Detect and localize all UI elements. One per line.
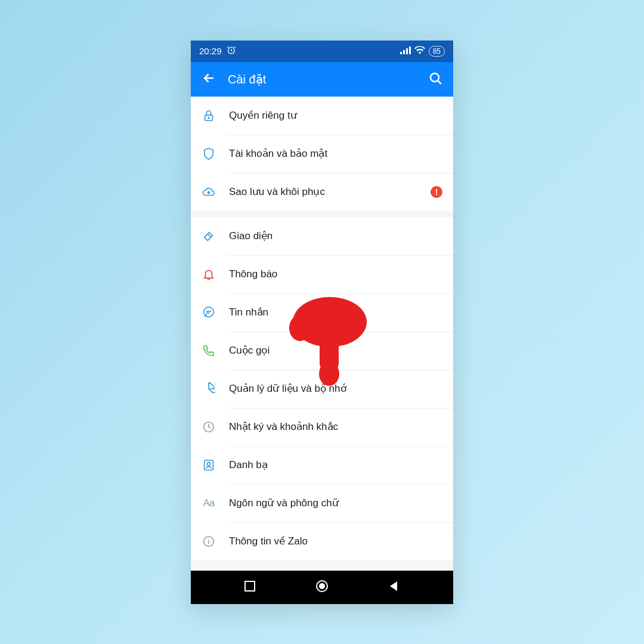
row-interface[interactable]: Giao diện — [191, 217, 453, 255]
row-label: Ngôn ngữ và phông chữ — [229, 497, 442, 509]
row-account-security[interactable]: Tài khoản và bảo mật — [191, 135, 453, 173]
svg-point-15 — [319, 583, 325, 589]
row-label: Tài khoản và bảo mật — [229, 147, 442, 160]
svg-point-11 — [207, 462, 210, 466]
row-label: Cuộc gọi — [229, 344, 442, 357]
bell-icon — [202, 267, 216, 281]
row-calls[interactable]: Cuộc gọi — [191, 332, 453, 370]
phone-icon — [202, 343, 216, 358]
row-label: Tin nhắn — [229, 306, 442, 318]
alarm-icon — [227, 45, 236, 57]
svg-rect-10 — [205, 460, 213, 470]
pie-chart-icon — [202, 382, 216, 396]
row-messages[interactable]: Tin nhắn — [191, 293, 453, 332]
app-header: Cài đặt — [191, 62, 453, 97]
back-nav-icon[interactable] — [388, 580, 400, 595]
row-about[interactable]: Thông tin về Zalo — [191, 522, 453, 561]
row-notifications[interactable]: Thông báo — [191, 255, 453, 293]
svg-rect-1 — [400, 52, 402, 54]
row-label: Quản lý dữ liệu và bộ nhớ — [229, 382, 442, 395]
status-time: 20:29 — [199, 46, 222, 56]
settings-section-1: Quyền riêng tư Tài khoản và bảo mật S — [191, 97, 453, 211]
settings-content: Quyền riêng tư Tài khoản và bảo mật S — [191, 97, 453, 571]
font-icon: Aa — [202, 496, 216, 510]
svg-rect-4 — [409, 47, 411, 54]
status-bar: 20:29 85 — [191, 41, 453, 62]
row-label: Nhật ký và khoảnh khắc — [229, 420, 442, 433]
phone-frame: 20:29 85 — [191, 41, 453, 604]
row-timeline[interactable]: Nhật ký và khoảnh khắc — [191, 408, 453, 446]
message-icon — [202, 305, 216, 320]
info-icon — [202, 534, 216, 549]
cloud-icon — [202, 185, 216, 199]
recent-apps-icon[interactable] — [244, 580, 256, 595]
search-icon[interactable] — [428, 71, 442, 88]
svg-point-7 — [208, 117, 209, 118]
row-label: Thông báo — [229, 268, 442, 280]
header-title: Cài đặt — [228, 72, 416, 86]
row-backup-restore[interactable]: Sao lưu và khôi phục ! — [191, 173, 453, 211]
back-icon[interactable] — [202, 71, 216, 88]
battery-indicator: 85 — [429, 46, 445, 57]
row-label: Thông tin về Zalo — [229, 535, 442, 547]
android-nav-bar — [191, 571, 453, 604]
row-data-storage[interactable]: Quản lý dữ liệu và bộ nhớ — [191, 370, 453, 408]
clock-icon — [202, 420, 216, 434]
row-language-font[interactable]: Aa Ngôn ngữ và phông chữ — [191, 484, 453, 522]
row-label: Giao diện — [229, 230, 442, 242]
lock-icon — [202, 109, 216, 123]
row-label: Danh bạ — [229, 459, 442, 471]
settings-section-2: Giao diện Thông báo Tin nhắn — [191, 217, 453, 561]
alert-badge-icon: ! — [431, 186, 442, 198]
svg-rect-13 — [245, 581, 255, 591]
signal-icon — [400, 46, 411, 56]
row-contacts[interactable]: Danh bạ — [191, 446, 453, 484]
svg-rect-2 — [403, 50, 405, 54]
row-label: Sao lưu và khôi phục — [229, 185, 417, 198]
contact-icon — [202, 458, 216, 472]
home-icon[interactable] — [315, 579, 329, 596]
svg-rect-3 — [406, 48, 408, 54]
wifi-icon — [414, 46, 425, 56]
row-privacy[interactable]: Quyền riêng tư — [191, 97, 453, 135]
row-label: Quyền riêng tư — [229, 109, 442, 122]
brush-icon — [202, 229, 216, 243]
shield-icon — [202, 147, 216, 161]
